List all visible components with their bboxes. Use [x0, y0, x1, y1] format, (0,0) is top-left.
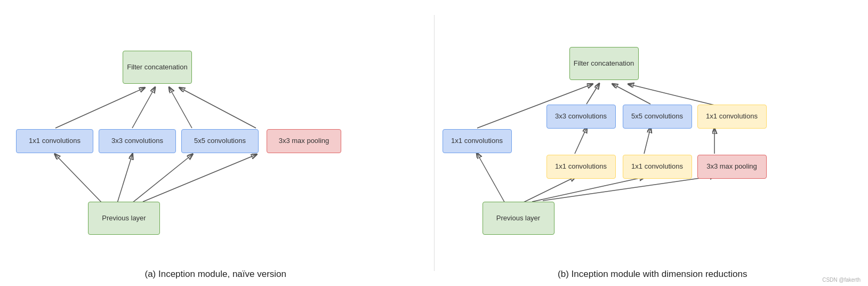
svg-line-3 — [143, 155, 256, 202]
right-conv1x1-direct: 1x1 convolutions — [443, 129, 512, 153]
left-filter-concat: Filter concatenation — [123, 51, 192, 84]
svg-line-13 — [575, 128, 586, 154]
svg-line-18 — [629, 84, 714, 105]
left-maxpool: 3x3 max pooling — [267, 129, 341, 153]
svg-line-10 — [532, 177, 644, 202]
svg-line-11 — [543, 176, 714, 201]
right-caption: (b) Inception module with dimension redu… — [558, 265, 747, 286]
right-diagram: Filter concatenation 1x1 convolutions 3x… — [437, 0, 869, 286]
right-conv1x1-r2: 1x1 convolutions — [623, 155, 692, 179]
left-conv1x1: 1x1 convolutions — [16, 129, 93, 153]
right-conv1x1-r1: 1x1 convolutions — [546, 155, 616, 179]
right-diagram-area: Filter concatenation 1x1 convolutions 3x… — [437, 0, 869, 265]
left-diagram-area: Filter concatenation 1x1 convolutions 3x… — [0, 0, 431, 265]
svg-line-15 — [644, 128, 650, 154]
main-container: Filter concatenation 1x1 convolutions 3x… — [0, 0, 868, 286]
svg-line-2 — [132, 155, 192, 203]
right-prev: Previous layer — [483, 202, 554, 235]
right-filter-concat: Filter concatenation — [569, 47, 639, 80]
svg-line-6 — [170, 88, 192, 128]
svg-line-5 — [132, 88, 155, 128]
left-diagram: Filter concatenation 1x1 convolutions 3x… — [0, 0, 431, 286]
watermark: CSDN @fakerth — [822, 277, 861, 283]
svg-line-1 — [117, 155, 132, 203]
left-prev: Previous layer — [88, 202, 160, 235]
svg-line-7 — [180, 88, 256, 128]
divider — [434, 15, 435, 271]
right-conv5x5: 5x5 convolutions — [623, 105, 692, 129]
svg-line-16 — [613, 84, 650, 104]
right-conv1x1-mp: 1x1 convolutions — [697, 105, 767, 129]
left-caption: (a) Inception module, naïve version — [144, 265, 286, 286]
svg-line-9 — [523, 177, 575, 203]
right-maxpool: 3x3 max pooling — [697, 155, 767, 179]
svg-line-8 — [477, 154, 505, 204]
left-conv5x5: 5x5 convolutions — [181, 129, 259, 153]
svg-line-4 — [55, 88, 144, 128]
svg-line-0 — [55, 155, 105, 205]
left-conv3x3: 3x3 convolutions — [99, 129, 176, 153]
svg-line-14 — [586, 84, 599, 104]
right-conv3x3: 3x3 convolutions — [546, 105, 616, 129]
